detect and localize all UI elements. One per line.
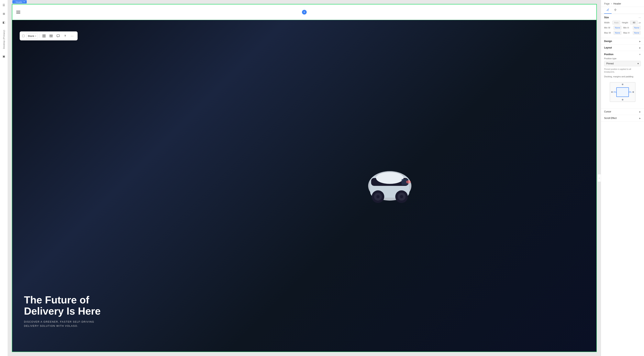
dock-handle-left[interactable] (611, 91, 613, 93)
design-row[interactable]: Design ▶ (601, 38, 644, 44)
dock-handle-bottom[interactable] (622, 99, 623, 100)
tab-lightning[interactable] (612, 7, 619, 14)
size-section: Size ··· Width Auto Height 80 px Min W N… (601, 14, 644, 38)
svg-point-15 (376, 195, 380, 198)
position-type-value: Pinned (606, 62, 614, 65)
chat-icon[interactable] (56, 33, 61, 39)
size-section-header: Size ··· (604, 16, 641, 19)
max-w-value: None (614, 31, 622, 35)
panel-tabs (601, 7, 644, 14)
panel-collapse-button[interactable]: ‹ (598, 174, 601, 182)
min-h-input[interactable]: None (633, 26, 641, 30)
menu-icon[interactable]: ☰ (1, 2, 7, 8)
position-section-header: Position ▼ (604, 53, 641, 56)
blank-label: Blank (28, 34, 34, 37)
min-w-value: None (614, 26, 622, 30)
docking-label: Docking, margins and padding (604, 75, 641, 78)
max-h-label: Max H (623, 32, 631, 34)
position-type-label: Position type (604, 57, 641, 60)
svg-rect-0 (43, 34, 44, 36)
blank-chevron: ▾ (35, 35, 36, 37)
hero-text-block: The Future of Delivery Is Here DISCOVER … (24, 294, 100, 328)
size-title: Size (604, 16, 609, 19)
min-w-input[interactable]: None (614, 26, 622, 30)
svg-point-11 (376, 172, 404, 184)
header-badge[interactable]: ‹ Header ✏ (12, 0, 27, 3)
help-text: ? (64, 34, 66, 37)
layout-arrow: ▶ (639, 47, 641, 49)
svg-rect-3 (44, 36, 46, 37)
help-icon[interactable]: ? (62, 33, 68, 39)
more-text: ··· (71, 34, 74, 37)
dock-handle-top[interactable] (622, 84, 623, 85)
docking-inner-box[interactable] (616, 87, 629, 97)
max-row: Max W None Max H None (604, 31, 641, 35)
hero-title: The Future of Delivery Is Here (24, 294, 100, 317)
canvas-area: Blank ▾ ? (8, 0, 601, 356)
left-sidebar: ☰ ⊞ ◧ Desktop (Primary) ▣ (0, 0, 8, 356)
max-h-value: None (633, 31, 641, 35)
hamburger-menu[interactable] (16, 11, 20, 13)
hero-robot-image (358, 158, 421, 213)
cursor-row[interactable]: Cursor ▶ (601, 109, 644, 115)
layout-row[interactable]: Layout ▶ (601, 44, 644, 51)
max-h-input[interactable]: None (633, 31, 641, 35)
height-value: 80 (630, 21, 638, 24)
toolbar-separator (40, 34, 40, 38)
add-center-button[interactable]: + (302, 10, 307, 14)
breadcrumb: Page > Header (601, 0, 644, 7)
docking-outer-box: 0% 0% (610, 82, 635, 102)
grid-icon[interactable] (41, 33, 47, 39)
header-element[interactable]: ‹ Header ✏ + (12, 4, 596, 20)
breadcrumb-current: Header (613, 2, 621, 5)
position-type-dropdown[interactable]: Pinned ▾ (604, 61, 641, 66)
width-label: Width (604, 21, 611, 24)
hero-subtitle: DISCOVER A GREENER, FASTER SELF-DRIVING … (24, 320, 100, 328)
svg-rect-5 (50, 36, 51, 37)
min-h-label: Min H (623, 26, 631, 29)
position-title: Position (604, 53, 613, 56)
scroll-effect-arrow: ▶ (639, 117, 641, 119)
min-w-label: Min W (604, 26, 612, 29)
hero-subtitle-line2: DELIVERY SOLUTION WITH VOLASO. (24, 324, 100, 328)
breadcrumb-separator: > (611, 2, 612, 5)
blank-selector[interactable]: Blank ▾ (26, 33, 38, 38)
pinned-note: Pinned position is applied to all breakp… (604, 68, 641, 73)
size-more-icon[interactable]: ··· (638, 16, 641, 19)
height-unit: px (639, 21, 641, 24)
breadcrumb-page[interactable]: Page (604, 2, 610, 5)
width-input[interactable]: Auto (612, 21, 620, 24)
scroll-effect-row[interactable]: Scroll Effect ▶ (601, 115, 644, 122)
pages-icon[interactable]: ⊞ (1, 11, 7, 16)
svg-point-18 (400, 195, 403, 198)
width-height-row: Width Auto Height 80 px (604, 21, 641, 24)
header-edit-icon: ✏ (24, 0, 25, 3)
width-value: Auto (612, 21, 620, 24)
height-input[interactable]: 80 px (630, 21, 641, 24)
max-w-input[interactable]: None (614, 31, 622, 35)
scroll-effect-label: Scroll Effect (604, 117, 617, 120)
header-badge-label: Header (16, 1, 22, 3)
min-h-value: None (633, 26, 641, 30)
docking-box: 0% 0% (607, 79, 638, 105)
hero-title-line1: The Future of (24, 294, 100, 306)
position-arrow[interactable]: ▼ (639, 53, 641, 55)
tab-design[interactable] (604, 7, 612, 14)
layers-icon[interactable]: ◧ (1, 20, 7, 25)
svg-rect-2 (43, 36, 44, 37)
svg-rect-4 (50, 35, 52, 35)
dock-handle-right[interactable] (632, 91, 634, 93)
toolbar-popup: Blank ▾ ? (20, 31, 78, 40)
right-panel: Page > Header Size ··· Width Auto Height… (601, 0, 644, 356)
layout-icon[interactable] (48, 33, 54, 39)
blank-checkbox[interactable] (22, 35, 24, 37)
canvas-frame: ‹ Header ✏ + (12, 4, 597, 352)
max-w-label: Max W (604, 32, 612, 34)
hero-background: The Future of Delivery Is Here DISCOVER … (12, 20, 596, 352)
hero-title-line2: Delivery Is Here (24, 306, 100, 317)
more-options-icon[interactable]: ··· (70, 33, 75, 39)
svg-rect-7 (57, 35, 60, 37)
min-row: Min W None Min H None (604, 26, 641, 30)
device-icon[interactable]: ▣ (1, 54, 7, 59)
dock-left-value: 0% (614, 91, 616, 93)
